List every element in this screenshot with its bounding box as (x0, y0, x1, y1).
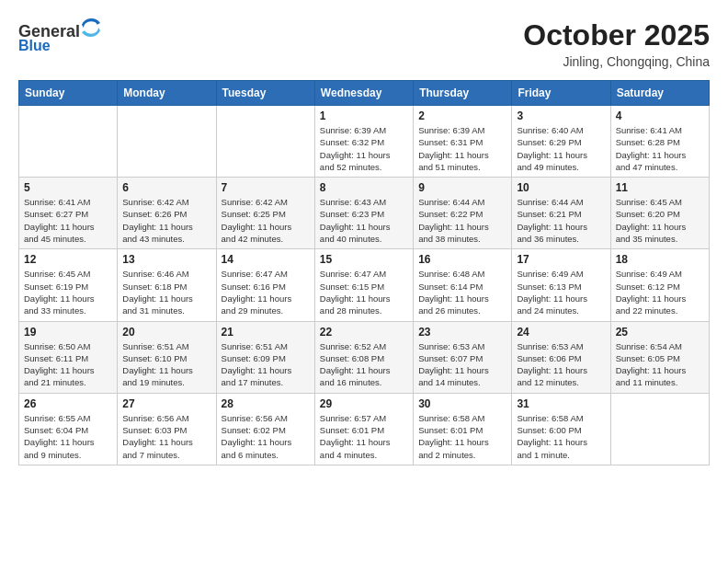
location-subtitle: Jinling, Chongqing, China (523, 54, 710, 69)
calendar-table: SundayMondayTuesdayWednesdayThursdayFrid… (18, 80, 710, 465)
day-info: Sunrise: 6:58 AM Sunset: 6:00 PM Dayligh… (517, 412, 605, 461)
day-number: 8 (320, 181, 408, 194)
day-number: 3 (517, 109, 605, 122)
calendar-cell: 4Sunrise: 6:41 AM Sunset: 6:28 PM Daylig… (610, 106, 709, 178)
day-header-thursday: Thursday (414, 81, 512, 106)
calendar-cell (216, 106, 314, 178)
calendar-cell: 29Sunrise: 6:57 AM Sunset: 6:01 PM Dayli… (314, 393, 413, 465)
calendar-cell: 6Sunrise: 6:42 AM Sunset: 6:26 PM Daylig… (118, 178, 216, 249)
day-number: 10 (517, 181, 605, 194)
day-header-wednesday: Wednesday (314, 81, 413, 106)
day-number: 30 (418, 397, 506, 410)
week-row-3: 12Sunrise: 6:45 AM Sunset: 6:19 PM Dayli… (19, 249, 710, 321)
day-info: Sunrise: 6:41 AM Sunset: 6:28 PM Dayligh… (616, 124, 704, 173)
day-number: 11 (616, 181, 704, 194)
calendar-cell: 22Sunrise: 6:52 AM Sunset: 6:08 PM Dayli… (314, 321, 413, 393)
day-number: 29 (320, 397, 408, 410)
month-title: October 2025 (523, 18, 710, 52)
day-number: 7 (222, 181, 310, 194)
calendar-cell: 7Sunrise: 6:42 AM Sunset: 6:25 PM Daylig… (216, 178, 314, 249)
day-number: 9 (418, 181, 506, 194)
calendar-cell: 31Sunrise: 6:58 AM Sunset: 6:00 PM Dayli… (512, 393, 610, 465)
day-info: Sunrise: 6:45 AM Sunset: 6:20 PM Dayligh… (616, 196, 704, 245)
day-info: Sunrise: 6:53 AM Sunset: 6:07 PM Dayligh… (418, 340, 506, 389)
day-number: 1 (320, 109, 408, 122)
day-number: 15 (320, 253, 408, 266)
day-number: 24 (517, 326, 605, 339)
title-area: October 2025 Jinling, Chongqing, China (523, 18, 710, 69)
day-info: Sunrise: 6:54 AM Sunset: 6:05 PM Dayligh… (616, 340, 704, 389)
day-info: Sunrise: 6:46 AM Sunset: 6:18 PM Dayligh… (122, 268, 210, 316)
day-number: 2 (418, 109, 506, 122)
day-number: 26 (24, 397, 112, 410)
week-row-5: 26Sunrise: 6:55 AM Sunset: 6:04 PM Dayli… (19, 393, 710, 465)
day-info: Sunrise: 6:56 AM Sunset: 6:03 PM Dayligh… (122, 412, 210, 461)
day-info: Sunrise: 6:57 AM Sunset: 6:01 PM Dayligh… (320, 412, 408, 461)
day-info: Sunrise: 6:47 AM Sunset: 6:15 PM Dayligh… (320, 268, 408, 316)
day-number: 17 (517, 253, 605, 266)
day-header-sunday: Sunday (19, 81, 118, 106)
calendar-cell: 20Sunrise: 6:51 AM Sunset: 6:10 PM Dayli… (118, 321, 216, 393)
day-info: Sunrise: 6:39 AM Sunset: 6:31 PM Dayligh… (418, 124, 506, 173)
calendar-cell: 26Sunrise: 6:55 AM Sunset: 6:04 PM Dayli… (19, 393, 118, 465)
calendar-cell: 16Sunrise: 6:48 AM Sunset: 6:14 PM Dayli… (414, 249, 512, 321)
day-number: 18 (616, 253, 704, 266)
calendar-cell: 1Sunrise: 6:39 AM Sunset: 6:32 PM Daylig… (314, 106, 413, 178)
calendar-cell: 25Sunrise: 6:54 AM Sunset: 6:05 PM Dayli… (610, 321, 709, 393)
day-header-tuesday: Tuesday (216, 81, 314, 106)
day-info: Sunrise: 6:51 AM Sunset: 6:10 PM Dayligh… (122, 340, 210, 389)
calendar-cell: 24Sunrise: 6:53 AM Sunset: 6:06 PM Dayli… (512, 321, 610, 393)
calendar-cell: 17Sunrise: 6:49 AM Sunset: 6:13 PM Dayli… (512, 249, 610, 321)
day-info: Sunrise: 6:51 AM Sunset: 6:09 PM Dayligh… (222, 340, 310, 389)
calendar-header-row: SundayMondayTuesdayWednesdayThursdayFrid… (19, 81, 710, 106)
day-number: 13 (122, 253, 210, 266)
day-number: 6 (122, 181, 210, 194)
day-info: Sunrise: 6:44 AM Sunset: 6:22 PM Dayligh… (418, 196, 506, 245)
day-info: Sunrise: 6:40 AM Sunset: 6:29 PM Dayligh… (517, 124, 605, 173)
calendar-cell: 19Sunrise: 6:50 AM Sunset: 6:11 PM Dayli… (19, 321, 118, 393)
day-info: Sunrise: 6:41 AM Sunset: 6:27 PM Dayligh… (24, 196, 112, 245)
calendar-cell: 13Sunrise: 6:46 AM Sunset: 6:18 PM Dayli… (118, 249, 216, 321)
day-info: Sunrise: 6:50 AM Sunset: 6:11 PM Dayligh… (24, 340, 112, 389)
calendar-cell: 2Sunrise: 6:39 AM Sunset: 6:31 PM Daylig… (414, 106, 512, 178)
calendar-cell: 27Sunrise: 6:56 AM Sunset: 6:03 PM Dayli… (118, 393, 216, 465)
day-info: Sunrise: 6:48 AM Sunset: 6:14 PM Dayligh… (418, 268, 506, 316)
day-number: 28 (222, 397, 310, 410)
day-info: Sunrise: 6:55 AM Sunset: 6:04 PM Dayligh… (24, 412, 112, 461)
calendar-cell (610, 393, 709, 465)
day-number: 27 (122, 397, 210, 410)
calendar-cell: 11Sunrise: 6:45 AM Sunset: 6:20 PM Dayli… (610, 178, 709, 249)
day-info: Sunrise: 6:52 AM Sunset: 6:08 PM Dayligh… (320, 340, 408, 389)
day-number: 31 (517, 397, 605, 410)
calendar-cell (118, 106, 216, 178)
day-number: 16 (418, 253, 506, 266)
day-header-saturday: Saturday (610, 81, 709, 106)
calendar-cell: 3Sunrise: 6:40 AM Sunset: 6:29 PM Daylig… (512, 106, 610, 178)
day-number: 22 (320, 326, 408, 339)
day-info: Sunrise: 6:42 AM Sunset: 6:26 PM Dayligh… (122, 196, 210, 245)
day-number: 23 (418, 326, 506, 339)
day-number: 4 (616, 109, 704, 122)
week-row-1: 1Sunrise: 6:39 AM Sunset: 6:32 PM Daylig… (19, 106, 710, 178)
day-info: Sunrise: 6:44 AM Sunset: 6:21 PM Dayligh… (517, 196, 605, 245)
calendar-cell: 18Sunrise: 6:49 AM Sunset: 6:12 PM Dayli… (610, 249, 709, 321)
calendar-cell: 5Sunrise: 6:41 AM Sunset: 6:27 PM Daylig… (19, 178, 118, 249)
calendar-cell: 21Sunrise: 6:51 AM Sunset: 6:09 PM Dayli… (216, 321, 314, 393)
logo: General Blue (18, 18, 100, 54)
week-row-2: 5Sunrise: 6:41 AM Sunset: 6:27 PM Daylig… (19, 178, 710, 249)
calendar-cell: 23Sunrise: 6:53 AM Sunset: 6:07 PM Dayli… (414, 321, 512, 393)
day-info: Sunrise: 6:45 AM Sunset: 6:19 PM Dayligh… (24, 268, 112, 316)
day-info: Sunrise: 6:49 AM Sunset: 6:13 PM Dayligh… (517, 268, 605, 316)
day-info: Sunrise: 6:49 AM Sunset: 6:12 PM Dayligh… (616, 268, 704, 316)
day-info: Sunrise: 6:58 AM Sunset: 6:01 PM Dayligh… (418, 412, 506, 461)
page-header: General Blue October 2025 Jinling, Chong… (18, 18, 710, 69)
day-number: 14 (222, 253, 310, 266)
day-number: 5 (24, 181, 112, 194)
day-number: 19 (24, 326, 112, 339)
calendar-cell: 10Sunrise: 6:44 AM Sunset: 6:21 PM Dayli… (512, 178, 610, 249)
calendar-cell: 8Sunrise: 6:43 AM Sunset: 6:23 PM Daylig… (314, 178, 413, 249)
day-header-friday: Friday (512, 81, 610, 106)
day-number: 12 (24, 253, 112, 266)
day-number: 25 (616, 326, 704, 339)
day-info: Sunrise: 6:39 AM Sunset: 6:32 PM Dayligh… (320, 124, 408, 173)
